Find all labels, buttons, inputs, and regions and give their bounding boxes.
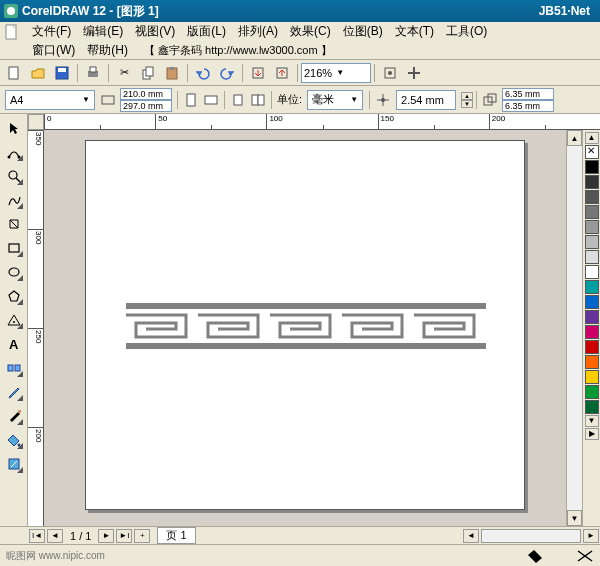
options-button[interactable] xyxy=(403,62,425,84)
color-swatch[interactable] xyxy=(585,160,599,174)
add-page-button[interactable]: + xyxy=(134,529,150,543)
eyedropper-tool[interactable] xyxy=(3,381,25,403)
snap-button[interactable] xyxy=(379,62,401,84)
color-swatch[interactable] xyxy=(585,385,599,399)
prev-page-button[interactable]: ◄ xyxy=(47,529,63,543)
horizontal-scrollbar[interactable]: ◄ ► xyxy=(196,529,600,543)
shape-tool[interactable] xyxy=(3,141,25,163)
pages-button-1[interactable] xyxy=(228,90,248,110)
color-swatch[interactable] xyxy=(585,190,599,204)
fill-tool[interactable] xyxy=(3,429,25,451)
blend-tool[interactable] xyxy=(3,357,25,379)
paper-size-combo[interactable]: A4 ▼ xyxy=(5,90,95,110)
palette-flyout-icon[interactable]: ▶ xyxy=(585,428,599,440)
copy-button[interactable] xyxy=(137,62,159,84)
vertical-ruler[interactable]: 350 300 250 200 xyxy=(28,130,44,526)
property-bar: A4 ▼ 单位: 毫米 ▼ 2.54 mm ▲▼ xyxy=(0,86,600,114)
first-page-button[interactable]: I◄ xyxy=(29,529,45,543)
palette-up-icon[interactable]: ▲ xyxy=(585,132,599,144)
color-swatch[interactable] xyxy=(585,340,599,354)
ellipse-tool[interactable] xyxy=(3,261,25,283)
menu-effects[interactable]: 效果(C) xyxy=(284,22,337,41)
interactive-fill-tool[interactable] xyxy=(3,453,25,475)
svg-rect-17 xyxy=(413,67,415,79)
color-swatch[interactable] xyxy=(585,235,599,249)
menu-file[interactable]: 文件(F) xyxy=(26,22,77,41)
polygon-tool[interactable] xyxy=(3,285,25,307)
color-swatch[interactable] xyxy=(585,310,599,324)
menu-tools[interactable]: 工具(O) xyxy=(440,22,493,41)
pages-button-2[interactable] xyxy=(248,90,268,110)
page-dimensions xyxy=(120,88,172,112)
color-swatch[interactable] xyxy=(585,400,599,414)
ruler-origin[interactable] xyxy=(28,114,44,130)
pick-tool[interactable] xyxy=(3,117,25,139)
palette-down-icon[interactable]: ▼ xyxy=(585,415,599,427)
nudge-spinner[interactable]: ▲▼ xyxy=(461,92,473,108)
undo-button[interactable] xyxy=(192,62,214,84)
page-tab[interactable]: 页 1 xyxy=(157,527,195,544)
scroll-left-icon[interactable]: ◄ xyxy=(463,529,479,543)
scroll-down-icon[interactable]: ▼ xyxy=(567,510,582,526)
cut-button[interactable]: ✂ xyxy=(113,62,135,84)
color-swatch[interactable] xyxy=(585,325,599,339)
chevron-down-icon: ▼ xyxy=(82,95,90,104)
import-button[interactable] xyxy=(247,62,269,84)
export-button[interactable] xyxy=(271,62,293,84)
page-surface[interactable] xyxy=(85,140,525,510)
outline-tool[interactable] xyxy=(3,405,25,427)
page-height-input[interactable] xyxy=(120,100,172,112)
print-button[interactable] xyxy=(82,62,104,84)
duplicate-offset xyxy=(502,88,554,112)
color-swatch[interactable] xyxy=(585,370,599,384)
color-swatch[interactable] xyxy=(585,220,599,234)
scroll-right-icon[interactable]: ► xyxy=(583,529,599,543)
nudge-input[interactable]: 2.54 mm xyxy=(396,90,456,110)
new-button[interactable] xyxy=(3,62,25,84)
menu-help[interactable]: 帮助(H) xyxy=(81,41,134,60)
units-combo[interactable]: 毫米 ▼ xyxy=(307,90,363,110)
dup-y-input[interactable] xyxy=(502,100,554,112)
text-tool[interactable]: A xyxy=(3,333,25,355)
menu-edit[interactable]: 编辑(E) xyxy=(77,22,129,41)
menu-window[interactable]: 窗口(W) xyxy=(26,41,81,60)
rectangle-tool[interactable] xyxy=(3,237,25,259)
zoom-combo[interactable]: 216% ▼ xyxy=(301,63,371,83)
page-width-input[interactable] xyxy=(120,88,172,100)
basic-shapes-tool[interactable] xyxy=(3,309,25,331)
freehand-tool[interactable] xyxy=(3,189,25,211)
no-color-swatch[interactable] xyxy=(585,145,599,159)
horizontal-ruler[interactable]: 0 50 100 150 200 xyxy=(44,114,600,130)
color-swatch[interactable] xyxy=(585,295,599,309)
menu-text[interactable]: 文本(T) xyxy=(389,22,440,41)
zoom-tool[interactable] xyxy=(3,165,25,187)
menu-arrange[interactable]: 排列(A) xyxy=(232,22,284,41)
color-swatch[interactable] xyxy=(585,205,599,219)
color-swatch[interactable] xyxy=(585,250,599,264)
color-swatch[interactable] xyxy=(585,355,599,369)
smart-draw-tool[interactable] xyxy=(3,213,25,235)
menu-layout[interactable]: 版面(L) xyxy=(181,22,232,41)
svg-rect-5 xyxy=(58,68,66,72)
drawing-viewport[interactable] xyxy=(44,130,566,526)
redo-button[interactable] xyxy=(216,62,238,84)
next-page-button[interactable]: ► xyxy=(98,529,114,543)
vertical-scrollbar[interactable]: ▲ ▼ xyxy=(566,130,582,526)
color-swatch[interactable] xyxy=(585,265,599,279)
ruler-tick: 0 xyxy=(44,114,155,129)
landscape-button[interactable] xyxy=(201,90,221,110)
scroll-up-icon[interactable]: ▲ xyxy=(567,130,582,146)
no-outline-indicator-icon[interactable] xyxy=(576,549,594,563)
menu-view[interactable]: 视图(V) xyxy=(129,22,181,41)
save-button[interactable] xyxy=(51,62,73,84)
paste-button[interactable] xyxy=(161,62,183,84)
dup-x-input[interactable] xyxy=(502,88,554,100)
menu-bitmaps[interactable]: 位图(B) xyxy=(337,22,389,41)
fill-indicator-icon[interactable] xyxy=(528,549,546,563)
open-button[interactable] xyxy=(27,62,49,84)
svg-text:A: A xyxy=(9,337,19,351)
color-swatch[interactable] xyxy=(585,280,599,294)
last-page-button[interactable]: ►I xyxy=(116,529,132,543)
portrait-button[interactable] xyxy=(181,90,201,110)
color-swatch[interactable] xyxy=(585,175,599,189)
